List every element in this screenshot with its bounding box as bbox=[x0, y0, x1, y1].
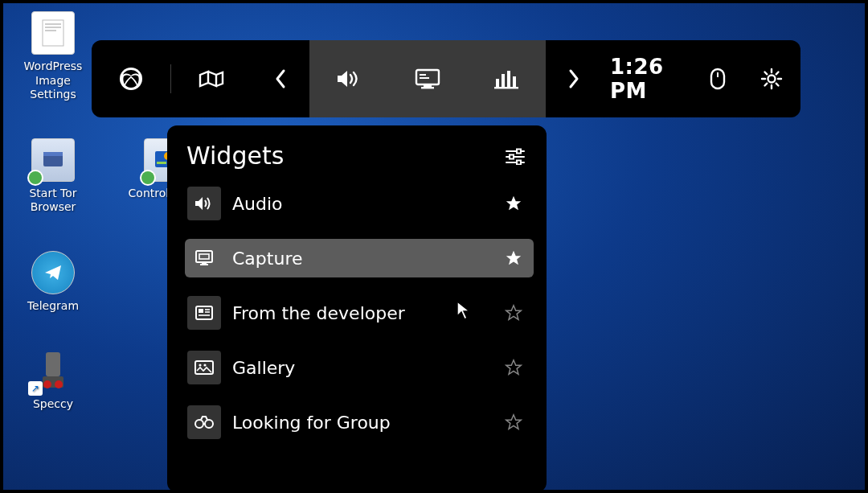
speccy-icon: ↗ bbox=[31, 349, 75, 392]
desktop-icon-speccy[interactable]: ↗ Speccy bbox=[14, 349, 92, 412]
desktop-icon-wordpress[interactable]: WordPress Image Settings bbox=[14, 11, 92, 102]
chevron-left-icon bbox=[273, 68, 288, 89]
svg-rect-21 bbox=[507, 71, 510, 87]
svg-point-12 bbox=[55, 380, 63, 388]
capture-toggle[interactable] bbox=[388, 40, 467, 117]
widgets-panel-title: Widgets bbox=[186, 142, 284, 170]
svg-rect-15 bbox=[420, 74, 426, 76]
widget-item-label: Capture bbox=[232, 249, 493, 269]
widgets-menu-button[interactable] bbox=[171, 40, 252, 117]
svg-rect-20 bbox=[502, 74, 505, 87]
desktop-icon-tor[interactable]: Start Tor Browser bbox=[14, 138, 92, 215]
svg-rect-1 bbox=[45, 23, 61, 25]
clock: 1:26 PM bbox=[602, 40, 693, 117]
input-indicator[interactable] bbox=[693, 40, 743, 117]
widgets-settings-button[interactable] bbox=[505, 147, 526, 165]
svg-rect-16 bbox=[420, 77, 429, 79]
svg-point-44 bbox=[203, 364, 206, 366]
widget-item-audio[interactable]: Audio bbox=[185, 184, 534, 223]
star-outline-icon[interactable] bbox=[505, 304, 522, 322]
star-outline-icon[interactable] bbox=[505, 413, 522, 431]
svg-rect-30 bbox=[517, 149, 521, 153]
widget-item-label: From the developer bbox=[232, 303, 493, 323]
svg-rect-36 bbox=[200, 264, 208, 265]
widget-item-lfg[interactable]: Looking for Group bbox=[185, 403, 534, 442]
desktop-icon-telegram[interactable]: Telegram bbox=[14, 251, 92, 314]
svg-rect-3 bbox=[45, 30, 56, 31]
svg-point-45 bbox=[195, 420, 203, 428]
svg-rect-9 bbox=[46, 352, 60, 376]
svg-rect-32 bbox=[517, 160, 521, 164]
svg-point-11 bbox=[43, 380, 51, 388]
document-icon bbox=[31, 11, 75, 55]
svg-rect-25 bbox=[717, 72, 719, 77]
chevron-right-icon bbox=[567, 68, 581, 89]
gamebar: 1:26 PM bbox=[92, 40, 800, 117]
svg-rect-23 bbox=[494, 87, 518, 88]
desktop-icon-label: Speccy bbox=[33, 397, 73, 412]
news-icon bbox=[187, 296, 221, 330]
widgets-panel: Widgets Audio Capture From the developer bbox=[167, 125, 547, 492]
widgets-icon bbox=[197, 68, 226, 89]
svg-rect-19 bbox=[496, 79, 499, 87]
svg-rect-2 bbox=[45, 27, 61, 28]
star-filled-icon[interactable] bbox=[505, 249, 522, 267]
mouse-icon bbox=[709, 67, 727, 91]
capture-icon bbox=[414, 68, 441, 90]
clock-label: 1:26 PM bbox=[610, 55, 693, 103]
volume-icon bbox=[335, 68, 362, 90]
capture-icon bbox=[187, 241, 221, 275]
xbox-icon bbox=[118, 66, 144, 92]
svg-point-26 bbox=[768, 76, 776, 83]
widget-item-gallery[interactable]: Gallery bbox=[185, 348, 534, 387]
star-filled-icon[interactable] bbox=[505, 195, 522, 212]
gallery-icon bbox=[187, 351, 221, 384]
widget-item-label: Looking for Group bbox=[232, 413, 493, 433]
performance-icon bbox=[493, 68, 519, 90]
svg-rect-34 bbox=[199, 254, 209, 259]
desktop-icon-label: WordPress Image Settings bbox=[14, 60, 92, 102]
svg-rect-31 bbox=[510, 154, 514, 158]
svg-point-43 bbox=[199, 364, 201, 366]
svg-rect-17 bbox=[424, 84, 432, 87]
svg-rect-18 bbox=[421, 87, 434, 88]
widget-item-label: Gallery bbox=[232, 358, 493, 378]
svg-rect-38 bbox=[199, 309, 203, 313]
previous-button[interactable] bbox=[252, 40, 309, 117]
volume-icon bbox=[187, 187, 221, 220]
desktop-icon-label: Telegram bbox=[27, 299, 79, 314]
audio-toggle[interactable] bbox=[309, 40, 388, 117]
svg-point-46 bbox=[205, 420, 213, 428]
next-button[interactable] bbox=[546, 40, 602, 117]
binoculars-icon bbox=[187, 405, 221, 439]
desktop-icon-label: Start Tor Browser bbox=[14, 187, 92, 215]
svg-rect-24 bbox=[711, 69, 724, 88]
star-outline-icon[interactable] bbox=[505, 359, 522, 376]
settings-button[interactable] bbox=[743, 40, 800, 117]
svg-rect-22 bbox=[513, 76, 516, 87]
widgets-list: Audio Capture From the developer Gallery bbox=[185, 184, 534, 442]
sliders-icon bbox=[505, 147, 526, 165]
svg-rect-8 bbox=[157, 162, 166, 164]
svg-rect-5 bbox=[43, 152, 63, 156]
browser-icon bbox=[31, 138, 75, 182]
widget-item-developer[interactable]: From the developer bbox=[185, 294, 534, 332]
performance-toggle[interactable] bbox=[467, 40, 546, 117]
svg-rect-33 bbox=[196, 251, 212, 262]
gear-icon bbox=[760, 68, 783, 90]
widget-item-label: Audio bbox=[232, 194, 493, 214]
xbox-button[interactable] bbox=[92, 40, 170, 117]
telegram-icon bbox=[31, 251, 75, 294]
svg-rect-35 bbox=[202, 262, 207, 264]
widget-item-capture[interactable]: Capture bbox=[185, 239, 534, 277]
